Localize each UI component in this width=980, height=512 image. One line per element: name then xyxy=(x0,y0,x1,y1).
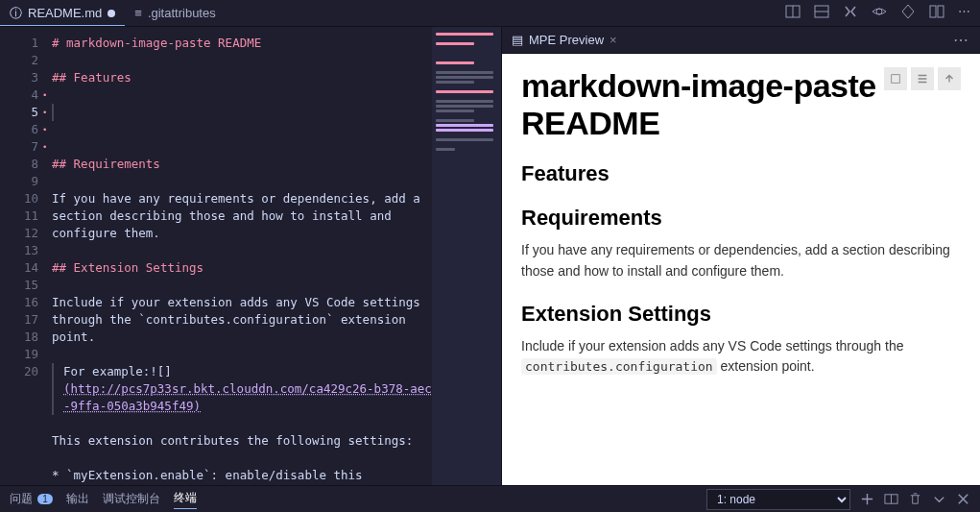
split-horizontal-icon[interactable] xyxy=(785,4,801,22)
panel-tab-output[interactable]: 输出 xyxy=(66,491,89,507)
preview-paragraph: If you have any requirements or dependen… xyxy=(521,240,961,281)
svg-rect-5 xyxy=(930,6,936,17)
plus-icon[interactable] xyxy=(860,492,874,506)
tab-gitattributes[interactable]: ≡ .gitattributes xyxy=(125,0,225,26)
more-icon[interactable]: ⋯ xyxy=(958,4,970,22)
tab-mpe-preview[interactable]: ▤ MPE Preview × xyxy=(502,27,627,53)
scroll-sync-button[interactable] xyxy=(884,67,907,90)
tab-label: README.md xyxy=(28,6,102,20)
preview-h2: Extension Settings xyxy=(521,302,961,327)
problems-badge: 1 xyxy=(37,494,53,504)
trash-icon[interactable] xyxy=(908,492,922,506)
info-icon: ⓘ xyxy=(10,5,22,22)
minimap[interactable] xyxy=(432,27,501,485)
compare-icon[interactable] xyxy=(843,4,858,22)
preview-pane: ▤ MPE Preview × ⋯ markdown-image-paste R… xyxy=(502,27,980,485)
bottom-panel: 问题 1 输出 调试控制台 终端 1: node xyxy=(0,485,980,512)
panel-tab-problems[interactable]: 问题 1 xyxy=(10,491,53,507)
tab-label: .gitattributes xyxy=(148,6,216,20)
svg-rect-6 xyxy=(938,6,944,17)
preview-h2: Requirements xyxy=(521,206,961,231)
layout-icon[interactable] xyxy=(929,4,944,22)
preview-doc-icon: ▤ xyxy=(512,33,523,47)
editor-action-strip: ⋯ xyxy=(785,4,980,22)
panel-tab-terminal[interactable]: 终端 xyxy=(174,490,197,509)
editor-body[interactable]: 1234567891011121314151617181920 # markdo… xyxy=(0,27,501,485)
panel-right: 1: node xyxy=(706,489,970,510)
preview-icon[interactable] xyxy=(872,4,887,22)
preview-body[interactable]: markdown-image-paste README FeaturesRequ… xyxy=(502,54,980,485)
terminal-select[interactable]: 1: node xyxy=(706,489,850,510)
scroll-top-button[interactable] xyxy=(938,67,961,90)
toc-button[interactable] xyxy=(911,67,934,90)
preview-h2: Features xyxy=(521,161,961,186)
close-panel-icon[interactable] xyxy=(956,492,970,506)
tab-readme[interactable]: ⓘ README.md xyxy=(0,0,125,26)
svg-point-4 xyxy=(876,9,882,14)
close-icon[interactable]: × xyxy=(610,33,617,47)
main-split: 1234567891011121314151617181920 # markdo… xyxy=(0,27,980,485)
tab-label: MPE Preview xyxy=(529,33,604,47)
preview-tab-row: ▤ MPE Preview × ⋯ xyxy=(502,27,980,54)
diff-icon[interactable] xyxy=(900,4,916,22)
panel-tab-debug[interactable]: 调试控制台 xyxy=(103,491,160,507)
split-vertical-icon[interactable] xyxy=(814,4,829,22)
preview-more-icon[interactable]: ⋯ xyxy=(953,31,980,49)
chevron-down-icon[interactable] xyxy=(932,492,946,506)
editor-pane: 1234567891011121314151617181920 # markdo… xyxy=(0,27,501,485)
preview-corner-buttons xyxy=(884,67,961,90)
split-terminal-icon[interactable] xyxy=(884,492,898,506)
editor-tab-row: ⓘ README.md ≡ .gitattributes ⋯ xyxy=(0,0,980,27)
preview-paragraph: Include if your extension adds any VS Co… xyxy=(521,336,961,378)
dirty-indicator xyxy=(108,10,115,17)
file-icon: ≡ xyxy=(134,6,142,20)
